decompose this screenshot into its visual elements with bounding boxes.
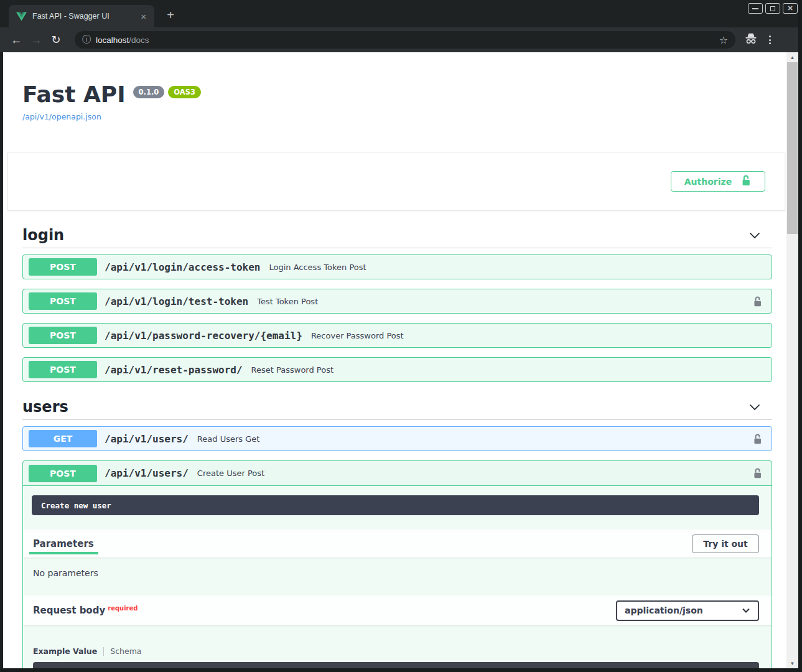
op-path: /api/v1/users/ <box>105 433 189 445</box>
section-title-login: login <box>22 226 748 244</box>
page-info-icon[interactable]: ⓘ <box>82 34 91 45</box>
op-summary: Recover Password Post <box>311 331 404 340</box>
browser-window: Fast API - Swagger UI × + ✕ ← → ↻ ⓘ loca… <box>0 0 802 672</box>
op-path: /api/v1/login/test-token <box>105 296 248 307</box>
window-frame-right <box>798 0 802 672</box>
op-summary: Read Users Get <box>197 434 260 444</box>
op-row-login-access-token[interactable]: POST /api/v1/login/access-token Login Ac… <box>22 254 772 279</box>
method-badge: POST <box>29 361 97 378</box>
tab-close-icon[interactable]: × <box>138 11 149 22</box>
new-tab-button[interactable]: + <box>163 9 178 21</box>
chevron-down-icon[interactable] <box>748 230 762 241</box>
op-path: /api/v1/users/ <box>105 467 189 479</box>
close-icon: ✕ <box>787 5 793 12</box>
tab-example-value[interactable]: Example Value <box>33 646 97 656</box>
op-row-read-users[interactable]: GET /api/v1/users/ Read Users Get <box>22 426 772 451</box>
op-summary: Login Access Token Post <box>269 263 366 272</box>
op-row-login-test-token[interactable]: POST /api/v1/login/test-token Test Token… <box>22 289 772 314</box>
auth-lock-icon[interactable] <box>752 296 763 307</box>
method-badge: POST <box>29 258 97 276</box>
op-path: /api/v1/reset-password/ <box>105 364 243 376</box>
window-controls: ✕ <box>748 3 798 14</box>
titlebar: Fast API - Swagger UI × + ✕ <box>0 0 802 27</box>
url-path: /docs <box>129 35 149 45</box>
minimize-icon <box>752 8 758 9</box>
openapi-spec-link[interactable]: /api/v1/openapi.json <box>22 112 101 121</box>
op-row-reset-password[interactable]: POST /api/v1/reset-password/ Reset Passw… <box>22 357 772 382</box>
op-block-create-user: POST /api/v1/users/ Create User Post Cre… <box>22 460 772 668</box>
tab-title: Fast API - Swagger UI <box>32 12 138 21</box>
page-title: Fast API <box>22 82 126 107</box>
example-code-block: { <box>33 662 759 668</box>
method-badge: POST <box>29 465 97 482</box>
op-row-create-user[interactable]: POST /api/v1/users/ Create User Post <box>23 461 772 486</box>
op-path: /api/v1/password-recovery/{email} <box>105 330 302 342</box>
method-badge: POST <box>29 292 97 310</box>
media-type-select[interactable]: application/json <box>616 600 759 621</box>
scroll-down-icon[interactable]: ▼ <box>786 658 798 668</box>
chevron-down-icon[interactable] <box>748 401 762 413</box>
try-it-out-button[interactable]: Try it out <box>692 534 759 553</box>
reload-icon[interactable]: ↻ <box>46 34 66 45</box>
scrollbar-thumb[interactable] <box>787 62 798 234</box>
section-header-users[interactable]: users <box>22 398 772 420</box>
scroll-up-icon[interactable]: ▲ <box>786 52 798 62</box>
required-badge: required <box>108 605 138 612</box>
version-badge: 0.1.0 <box>133 86 165 98</box>
request-body-label: Request body <box>33 605 105 616</box>
section-title-users: users <box>22 398 748 416</box>
scrollbar[interactable]: ▲ ▼ <box>786 52 798 668</box>
unlock-icon <box>740 174 752 189</box>
api-info: Fast API 0.1.0 OAS3 /api/v1/openapi.json <box>22 82 772 122</box>
incognito-icon <box>744 33 758 47</box>
method-badge: GET <box>29 430 97 447</box>
op-row-password-recovery[interactable]: POST /api/v1/password-recovery/{email} R… <box>22 323 772 348</box>
close-button[interactable]: ✕ <box>783 3 798 14</box>
bookmark-star-icon[interactable]: ☆ <box>719 34 728 46</box>
oas3-badge: OAS3 <box>168 86 201 98</box>
auth-lock-icon[interactable] <box>752 467 763 479</box>
browser-toolbar: ← → ↻ ⓘ localhost /docs ☆ <box>0 27 802 52</box>
authorize-button[interactable]: Authorize <box>671 171 765 192</box>
section-header-login[interactable]: login <box>22 226 772 248</box>
scheme-container: Authorize <box>7 152 785 210</box>
op-description: Create new user <box>32 495 759 515</box>
url-bar[interactable]: ⓘ localhost /docs ☆ <box>75 31 735 49</box>
op-summary: Reset Password Post <box>251 365 334 375</box>
no-parameters-text: No parameters <box>23 558 772 595</box>
op-summary: Test Token Post <box>257 297 318 306</box>
back-icon[interactable]: ← <box>6 34 26 45</box>
url-host: localhost <box>96 35 129 45</box>
tab-parameters[interactable]: Parameters <box>33 531 94 557</box>
tab-schema[interactable]: Schema <box>110 646 141 656</box>
model-example-section: Example Value Schema { <box>23 625 772 668</box>
swagger-favicon-icon <box>16 12 27 21</box>
toolbar-right <box>744 33 771 47</box>
window-frame-bottom <box>0 668 802 672</box>
maximize-button[interactable] <box>765 3 780 14</box>
page-content: Fast API 0.1.0 OAS3 /api/v1/openapi.json… <box>3 52 786 668</box>
chevron-down-icon <box>742 607 750 614</box>
parameters-header: Parameters Try it out <box>23 530 772 558</box>
browser-tab[interactable]: Fast API - Swagger UI × <box>9 5 154 27</box>
request-body-header: Request body required application/json <box>23 595 772 625</box>
tab-divider <box>103 647 104 656</box>
auth-lock-icon[interactable] <box>752 433 763 445</box>
forward-icon[interactable]: → <box>26 34 46 45</box>
browser-menu-icon[interactable] <box>769 35 771 44</box>
op-path: /api/v1/login/access-token <box>105 261 260 273</box>
maximize-icon <box>770 6 775 11</box>
method-badge: POST <box>29 327 97 344</box>
minimize-button[interactable] <box>748 3 763 14</box>
op-summary: Create User Post <box>197 469 264 478</box>
